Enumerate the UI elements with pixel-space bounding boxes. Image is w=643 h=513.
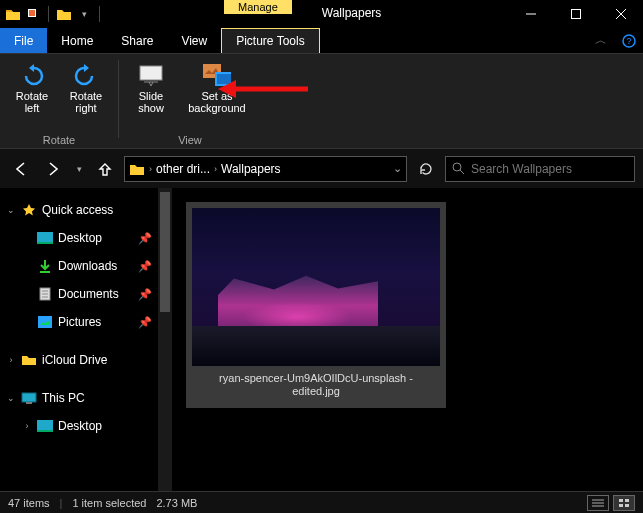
- svg-rect-1: [29, 10, 35, 16]
- tab-view[interactable]: View: [167, 28, 221, 53]
- slide-show-label: Slide show: [138, 90, 164, 114]
- sidebar-item-documents[interactable]: Documents 📌: [0, 280, 158, 308]
- scrollbar-thumb[interactable]: [160, 192, 170, 312]
- ribbon-tab-row: File Home Share View Picture Tools ︿ ?: [0, 28, 643, 54]
- group-label-view: View: [178, 134, 202, 148]
- folder-icon: [20, 352, 38, 368]
- svg-rect-31: [625, 499, 629, 502]
- set-background-icon: [203, 62, 231, 88]
- sidebar-item-icloud[interactable]: › iCloud Drive: [0, 346, 158, 374]
- sidebar-item-desktop-2[interactable]: › Desktop: [0, 412, 158, 440]
- maximize-button[interactable]: [553, 0, 598, 28]
- download-icon: [36, 258, 54, 274]
- recent-locations-button[interactable]: ▾: [72, 156, 86, 182]
- sidebar-label: Desktop: [58, 231, 102, 245]
- svg-rect-23: [22, 393, 36, 402]
- details-view-button[interactable]: [587, 495, 609, 511]
- tab-share[interactable]: Share: [107, 28, 167, 53]
- navigation-pane: ⌄ Quick access Desktop 📌 Downloads 📌 Doc…: [0, 188, 158, 491]
- svg-rect-25: [37, 420, 53, 430]
- svg-rect-26: [37, 430, 53, 432]
- svg-line-14: [460, 170, 464, 174]
- forward-button[interactable]: [40, 156, 66, 182]
- svg-rect-3: [571, 10, 580, 19]
- breadcrumb-seg-1[interactable]: other dri...: [156, 162, 210, 176]
- ribbon-group-rotate: Rotate left Rotate right Rotate: [8, 60, 110, 148]
- svg-rect-22: [38, 316, 52, 328]
- svg-rect-11: [217, 74, 231, 84]
- breadcrumb-seg-2[interactable]: Wallpapers: [221, 162, 281, 176]
- pin-icon: 📌: [138, 316, 152, 329]
- ribbon: Rotate left Rotate right Rotate Slide sh…: [0, 54, 643, 148]
- folder-icon[interactable]: [4, 5, 22, 23]
- tab-file[interactable]: File: [0, 28, 47, 53]
- slide-show-button[interactable]: Slide show: [127, 60, 175, 134]
- minimize-button[interactable]: [508, 0, 553, 28]
- group-label-rotate: Rotate: [43, 134, 75, 148]
- ribbon-separator: [118, 60, 119, 138]
- up-button[interactable]: [92, 156, 118, 182]
- document-icon: [36, 286, 54, 302]
- star-icon: [20, 202, 38, 218]
- search-icon: [452, 162, 465, 175]
- file-list[interactable]: ryan-spencer-Um9AkOIlDcU-unsplash - edit…: [172, 188, 643, 491]
- quick-access-toolbar: ▾: [0, 5, 104, 23]
- pin-icon: 📌: [138, 232, 152, 245]
- qat-dropdown-icon[interactable]: ▾: [75, 5, 93, 23]
- file-thumbnail: [192, 208, 440, 366]
- file-item-selected[interactable]: ryan-spencer-Um9AkOIlDcU-unsplash - edit…: [186, 202, 446, 408]
- sidebar-item-pictures[interactable]: Pictures 📌: [0, 308, 158, 336]
- sidebar-item-quick-access[interactable]: ⌄ Quick access: [0, 196, 158, 224]
- tab-home[interactable]: Home: [47, 28, 107, 53]
- title-bar: ▾ Manage Wallpapers: [0, 0, 643, 28]
- sidebar-label: Downloads: [58, 259, 117, 273]
- svg-rect-33: [625, 504, 629, 507]
- rotate-right-icon: [72, 62, 100, 88]
- sidebar-label: iCloud Drive: [42, 353, 107, 367]
- folder-icon[interactable]: [55, 5, 73, 23]
- file-name-label: ryan-spencer-Um9AkOIlDcU-unsplash - edit…: [192, 366, 440, 402]
- pictures-icon: [36, 314, 54, 330]
- sidebar-item-downloads[interactable]: Downloads 📌: [0, 252, 158, 280]
- refresh-button[interactable]: [413, 156, 439, 182]
- svg-point-13: [453, 163, 461, 171]
- set-as-background-button[interactable]: Set as background: [181, 60, 253, 134]
- content-area: ⌄ Quick access Desktop 📌 Downloads 📌 Doc…: [0, 188, 643, 491]
- chevron-down-icon[interactable]: ⌄: [2, 205, 20, 215]
- tab-picture-tools[interactable]: Picture Tools: [221, 28, 319, 53]
- chevron-right-icon[interactable]: ›: [214, 164, 217, 174]
- sidebar-scrollbar[interactable]: [158, 188, 172, 491]
- status-item-count: 47 items: [8, 497, 50, 509]
- chevron-right-icon[interactable]: ›: [149, 164, 152, 174]
- address-dropdown-icon[interactable]: ⌄: [393, 162, 402, 175]
- sidebar-item-this-pc[interactable]: ⌄ This PC: [0, 384, 158, 412]
- sidebar-item-desktop[interactable]: Desktop 📌: [0, 224, 158, 252]
- back-button[interactable]: [8, 156, 34, 182]
- this-pc-icon: [20, 390, 38, 406]
- rotate-left-button[interactable]: Rotate left: [8, 60, 56, 134]
- set-background-label: Set as background: [188, 90, 246, 114]
- help-button[interactable]: ?: [615, 28, 643, 53]
- close-button[interactable]: [598, 0, 643, 28]
- status-bar: 47 items | 1 item selected 2.73 MB: [0, 491, 643, 513]
- chevron-down-icon[interactable]: ⌄: [2, 393, 20, 403]
- rotate-right-button[interactable]: Rotate right: [62, 60, 110, 134]
- window-title: Wallpapers: [310, 0, 394, 28]
- search-box[interactable]: [445, 156, 635, 182]
- pin-below-icon[interactable]: [24, 5, 42, 23]
- chevron-right-icon[interactable]: ›: [18, 421, 36, 431]
- sidebar-label: This PC: [42, 391, 85, 405]
- svg-rect-15: [37, 232, 53, 242]
- status-selection: 1 item selected: [72, 497, 146, 509]
- context-tab-label: Manage: [224, 0, 292, 14]
- svg-rect-16: [37, 242, 53, 244]
- address-bar[interactable]: › other dri... › Wallpapers ⌄: [124, 156, 407, 182]
- search-input[interactable]: [471, 162, 628, 176]
- svg-rect-30: [619, 499, 623, 502]
- ribbon-collapse-button[interactable]: ︿: [587, 28, 615, 53]
- rotate-right-label: Rotate right: [70, 90, 102, 114]
- thumbnails-view-button[interactable]: [613, 495, 635, 511]
- chevron-right-icon[interactable]: ›: [2, 355, 20, 365]
- pin-icon: 📌: [138, 260, 152, 273]
- navigation-bar: ▾ › other dri... › Wallpapers ⌄: [0, 148, 643, 188]
